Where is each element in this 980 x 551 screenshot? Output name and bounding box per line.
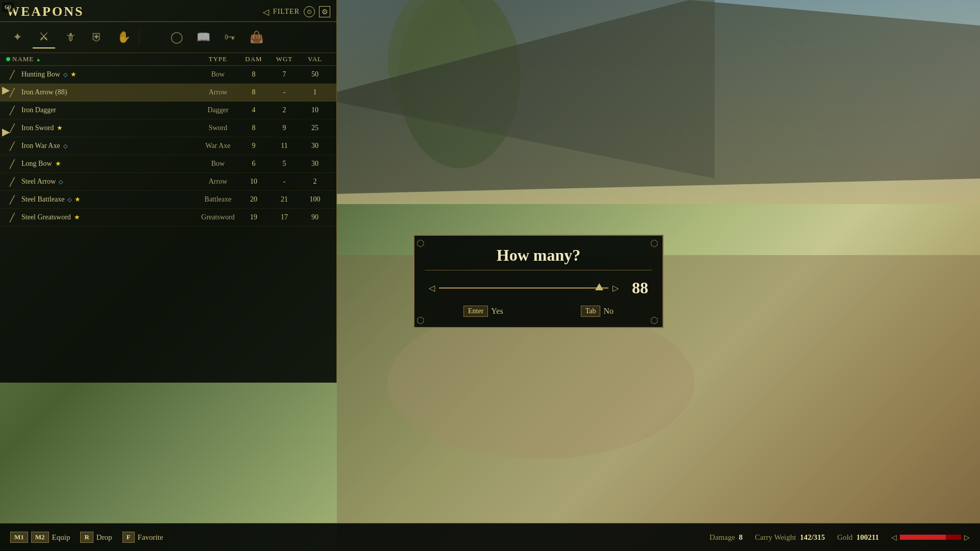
diamond-mark: ◇ xyxy=(67,196,71,203)
item-value: 100 xyxy=(300,195,330,204)
item-damage: 9 xyxy=(238,142,269,150)
category-orb[interactable]: ◯ xyxy=(165,26,188,48)
item-value: 30 xyxy=(300,160,330,168)
filter-icon[interactable]: ⊙ xyxy=(304,6,315,17)
item-value: 30 xyxy=(300,142,330,150)
nav-down-arrow[interactable]: ▶ xyxy=(0,123,12,140)
item-weight: 7 xyxy=(269,70,300,79)
item-damage: 8 xyxy=(238,70,269,79)
dialog-buttons: Enter Yes Tab No xyxy=(425,306,652,317)
item-value: 50 xyxy=(300,70,330,79)
item-type: Bow xyxy=(198,70,238,79)
item-type: Bow xyxy=(198,160,238,168)
health-bar xyxy=(900,535,961,540)
column-headers: NAME ▲ TYPE DAM WGT VAL xyxy=(0,53,336,66)
bottom-stats: Damage 8 Carry Weight 142/315 Gold 10021… xyxy=(709,533,970,542)
category-slash[interactable]: 🗡 xyxy=(59,26,82,48)
nav-up-arrow[interactable]: ▶ xyxy=(0,82,12,98)
star-mark: ★ xyxy=(74,213,80,221)
item-name: Hunting Bow xyxy=(21,70,60,79)
item-row[interactable]: ╱ Steel Arrow ◇ Arrow 10 - 2 xyxy=(0,173,336,191)
item-weight: 9 xyxy=(269,124,300,132)
item-list: ╱ Hunting Bow ◇★ Bow 8 7 50 ╱ Iron Arrow… xyxy=(0,66,336,227)
health-right-arrow: ▷ xyxy=(964,533,970,542)
category-key[interactable]: 🗝 xyxy=(218,26,241,48)
corner-decoration-tr: ⬡ xyxy=(650,238,660,248)
dialog-title: How many? xyxy=(425,246,652,270)
item-name: Iron Dagger xyxy=(21,106,56,114)
key-m1[interactable]: M1 xyxy=(10,532,28,543)
col-dam-header[interactable]: DAM xyxy=(238,55,269,63)
col-val-header[interactable]: VAL xyxy=(300,55,330,63)
damage-value: 8 xyxy=(739,533,743,541)
item-name: Iron War Axe xyxy=(21,142,60,150)
category-melee[interactable]: ⚔ xyxy=(33,26,55,48)
category-hand[interactable]: ✋ xyxy=(112,26,135,48)
confirm-key: Enter xyxy=(463,306,488,317)
item-weapon-icon: ╱ xyxy=(6,176,18,188)
star-mark: ★ xyxy=(55,160,61,168)
item-weight: 17 xyxy=(269,213,300,221)
item-name-cell: ╱ Long Bow ★ xyxy=(6,158,198,170)
slider-right-arrow[interactable]: ▷ xyxy=(612,283,619,293)
key-f[interactable]: F xyxy=(122,532,135,543)
confirm-button[interactable]: Enter Yes xyxy=(463,306,503,317)
col-wgt-header[interactable]: WGT xyxy=(269,55,300,63)
health-left-arrow: ◁ xyxy=(891,533,897,542)
col-type-header[interactable]: TYPE xyxy=(198,55,238,63)
item-value: 10 xyxy=(300,106,330,114)
star-mark: ★ xyxy=(57,124,63,132)
item-name-cell: ╱ Steel Greatsword ★ xyxy=(6,211,198,223)
item-name: Iron Arrow (88) xyxy=(21,88,67,96)
category-book[interactable]: 📖 xyxy=(192,26,214,48)
item-damage: 10 xyxy=(238,178,269,186)
item-name: Steel Arrow xyxy=(21,178,56,186)
settings-icon[interactable]: ⚙ xyxy=(319,6,330,17)
col-name-header[interactable]: NAME ▲ xyxy=(6,55,198,63)
corner-decoration-bl: ⬡ xyxy=(416,315,427,325)
sort-arrow: ▲ xyxy=(36,57,41,62)
slider-track[interactable] xyxy=(439,287,608,289)
slider-left-arrow[interactable]: ◁ xyxy=(429,283,435,293)
equip-label: Equip xyxy=(52,533,70,542)
item-row[interactable]: ╱ Iron Dagger Dagger 4 2 10 xyxy=(0,102,336,119)
item-value: 25 xyxy=(300,124,330,132)
sort-indicator xyxy=(6,57,10,61)
item-name-cell: ╱ Iron War Axe ◇ xyxy=(6,140,198,152)
item-row[interactable]: ╱ Iron Arrow (88) Arrow 8 - 1 xyxy=(0,84,336,102)
gold-value: 100211 xyxy=(856,533,879,541)
corner-decoration-tl: ⬡ xyxy=(416,238,427,248)
item-row[interactable]: ╱ Hunting Bow ◇★ Bow 8 7 50 xyxy=(0,66,336,84)
star-mark: ★ xyxy=(75,195,81,204)
panel-title: WEAPONS xyxy=(6,4,84,19)
item-name: Long Bow xyxy=(21,160,52,168)
category-helmet[interactable]: ⛨ xyxy=(86,26,108,48)
item-name-cell: ╱ Iron Sword ★ xyxy=(6,122,198,134)
item-row[interactable]: ╱ Iron Sword ★ Sword 8 9 25 xyxy=(0,119,336,137)
item-row[interactable]: ╱ Steel Battleaxe ◇★ Battleaxe 20 21 100 xyxy=(0,191,336,209)
category-all[interactable]: ✦ xyxy=(6,26,29,48)
item-weapon-icon: ╱ xyxy=(6,68,18,81)
category-pouch[interactable]: 👜 xyxy=(245,26,267,48)
carry-weight-label: Carry Weight 142/315 xyxy=(755,533,825,542)
item-damage: 19 xyxy=(238,213,269,221)
item-damage: 8 xyxy=(238,88,269,96)
item-weight: - xyxy=(269,178,300,186)
item-damage: 4 xyxy=(238,106,269,114)
item-row[interactable]: ╱ Long Bow ★ Bow 6 5 30 xyxy=(0,155,336,173)
key-m2[interactable]: M2 xyxy=(31,532,49,543)
key-r[interactable]: R xyxy=(80,532,93,543)
slider-thumb xyxy=(595,283,603,290)
item-row[interactable]: ╱ Steel Greatsword ★ Greatsword 19 17 90 xyxy=(0,209,336,227)
cancel-button[interactable]: Tab No xyxy=(581,306,614,317)
category-separator xyxy=(139,30,161,45)
category-icons: ✦ ⚔ 🗡 ⛨ ✋ ◯ 📖 🗝 👜 xyxy=(0,22,336,53)
item-weight: 11 xyxy=(269,142,300,150)
left-navigation: ▶ ▶ xyxy=(0,82,12,140)
item-row[interactable]: ╱ Iron War Axe ◇ War Axe 9 11 30 xyxy=(0,137,336,155)
health-bar-container: ◁ ▷ xyxy=(891,533,970,542)
inventory-panel: WEAPONS ◁ FILTER ⊙ ⚙ ✦ ⚔ 🗡 ⛨ ✋ ◯ 📖 🗝 👜 N… xyxy=(0,0,337,383)
item-type: War Axe xyxy=(198,142,238,150)
how-many-dialog: ⬡ ⬡ ⬡ ⬡ How many? ◁ ▷ 88 Enter Yes Tab N… xyxy=(413,235,664,328)
drop-action: R Drop xyxy=(80,532,112,543)
